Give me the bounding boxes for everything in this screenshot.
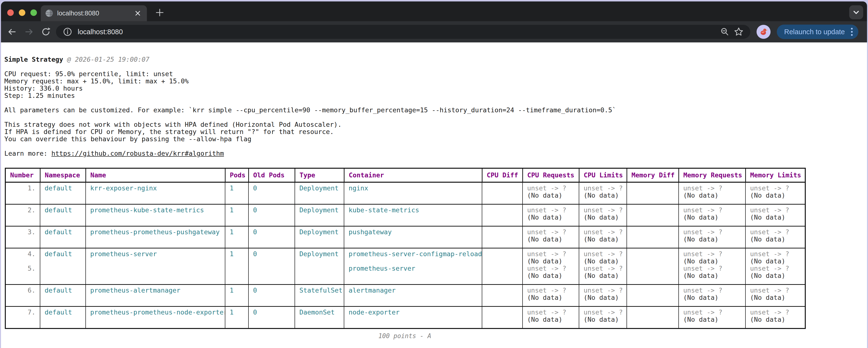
- strategy-timestamp: @ 2026-01-25 19:00:07: [63, 56, 150, 63]
- cell-line: prometheus-prometheus-pushgateway: [90, 229, 220, 236]
- cell-container: pushgateway: [344, 226, 482, 248]
- cell-line: Deployment: [299, 250, 339, 257]
- cell-line: unset -> ?: [584, 229, 622, 236]
- cell-cpu-limits: unset -> ?(No data): [579, 226, 627, 248]
- reload-button[interactable]: [39, 25, 53, 39]
- cell-line: 1: [230, 185, 244, 192]
- table-row: 2.defaultprometheus-kube-state-metrics10…: [5, 204, 805, 226]
- cell-line: [487, 207, 518, 214]
- cell-container: kube-state-metrics: [344, 204, 482, 226]
- cell-container: node-exporter: [344, 307, 482, 329]
- param-line: History: 336.0 hours: [4, 85, 867, 92]
- cell-container: prometheus-server-configmap-reload prome…: [344, 248, 482, 285]
- table-row: 7.defaultprometheus-prometheus-node-expo…: [5, 307, 805, 329]
- tab-search-button[interactable]: [849, 5, 863, 19]
- relaunch-label: Relaunch to update: [784, 28, 845, 36]
- cell-line: unset -> ?: [750, 265, 801, 272]
- cell-line: (No data): [584, 192, 622, 199]
- cell-memory-diff: [627, 204, 679, 226]
- cell-line: unset -> ?: [750, 250, 801, 257]
- window-minimize-button[interactable]: [19, 9, 25, 16]
- cell-line: [631, 185, 674, 192]
- tab-close-icon[interactable]: [133, 8, 143, 18]
- cell-cpu-requests: unset -> ?(No data): [523, 226, 579, 248]
- cell-line: 1.: [10, 185, 35, 192]
- cell-line: kube-state-metrics: [349, 207, 477, 214]
- cell-line: default: [44, 185, 81, 192]
- cell-line: (No data): [750, 236, 801, 243]
- column-header: Namespace: [40, 168, 86, 182]
- cell-line: unset -> ?: [584, 207, 622, 214]
- zoom-out-icon[interactable]: [719, 27, 730, 37]
- column-header: Memory Limits: [745, 168, 805, 182]
- cell-line: node-exporter: [349, 309, 477, 316]
- url-text[interactable]: localhost:8080: [78, 28, 719, 36]
- back-button[interactable]: [5, 25, 19, 39]
- cell-type: StatefulSet: [295, 285, 344, 307]
- new-tab-button[interactable]: [153, 6, 166, 19]
- column-header: Pods: [225, 168, 248, 182]
- cell-memory-limits: unset -> ?(No data): [745, 182, 805, 204]
- chevron-down-icon: [852, 9, 860, 16]
- cell-line: (No data): [527, 272, 575, 279]
- cell-line: unset -> ?: [750, 185, 801, 192]
- cell-cpu-diff: [482, 182, 523, 204]
- cell-line: 1: [230, 287, 244, 294]
- cell-memory-requests: unset -> ?(No data): [679, 204, 745, 226]
- window-maximize-button[interactable]: [30, 9, 37, 16]
- relaunch-to-update-button[interactable]: Relaunch to update: [777, 25, 858, 39]
- browser-menu-icon[interactable]: [850, 27, 853, 37]
- cell-cpu-limits: unset -> ?(No data): [579, 204, 627, 226]
- reload-icon: [41, 27, 51, 37]
- cell-line: (No data): [584, 316, 622, 323]
- cell-line: 2.: [10, 207, 35, 214]
- bookmark-star-icon[interactable]: [733, 27, 744, 37]
- page-title-line: Simple Strategy @ 2026-01-25 19:00:07: [4, 56, 867, 63]
- cell-line: (No data): [750, 294, 801, 301]
- algorithm-link[interactable]: https://github.com/robusta-dev/krr#algor…: [51, 150, 224, 157]
- table-row: 3.defaultprometheus-prometheus-pushgatew…: [5, 226, 805, 248]
- profile-avatar[interactable]: [756, 25, 771, 39]
- cell-memory-diff: [627, 285, 679, 307]
- cell-pods: 1: [225, 285, 248, 307]
- tab-strip: localhost:8080: [1, 1, 867, 21]
- cell-namespace: default: [40, 182, 86, 204]
- window-close-button[interactable]: [7, 9, 14, 16]
- forward-button[interactable]: [22, 25, 36, 39]
- cell-line: [631, 207, 674, 214]
- cell-line: (No data): [750, 192, 801, 199]
- cell-line: unset -> ?: [584, 250, 622, 257]
- globe-favicon-icon: [45, 9, 53, 18]
- site-info-icon[interactable]: [62, 27, 73, 37]
- cell-old-pods: 0: [248, 226, 295, 248]
- cell-number: 4. 5.: [5, 248, 40, 285]
- cell-line: unset -> ?: [527, 207, 575, 214]
- cell-line: DaemonSet: [299, 309, 339, 316]
- cell-cpu-diff: [482, 307, 523, 329]
- column-header: Container: [344, 168, 482, 182]
- cell-line: unset -> ?: [584, 287, 622, 294]
- cell-old-pods: 0: [248, 182, 295, 204]
- cell-namespace: default: [40, 226, 86, 248]
- cell-memory-diff: [627, 226, 679, 248]
- cell-type: Deployment: [295, 182, 344, 204]
- cell-line: [631, 287, 674, 294]
- cell-line: prometheus-server: [349, 265, 477, 272]
- table-row: 1.defaultkrr-exposer-nginx10Deploymentng…: [5, 182, 805, 204]
- hpa-line: If HPA is defined for CPU or Memory, the…: [4, 128, 867, 135]
- cell-line: [10, 257, 35, 265]
- url-bar[interactable]: localhost:8080: [56, 25, 750, 39]
- cell-number: 3.: [5, 226, 40, 248]
- cell-line: prometheus-server-configmap-reload: [349, 250, 477, 257]
- cell-cpu-requests: unset -> ?(No data): [523, 285, 579, 307]
- cell-line: prometheus-server: [90, 250, 220, 257]
- cell-name: prometheus-server: [86, 248, 225, 285]
- cell-line: [487, 309, 518, 316]
- traffic-lights: [7, 9, 37, 16]
- param-line: Memory request: max + 15.0%, limit: max …: [4, 78, 867, 85]
- cell-pods: 1: [225, 307, 248, 329]
- browser-tab[interactable]: localhost:8080: [41, 5, 147, 21]
- table-footer-score: 100 points - A: [5, 332, 805, 340]
- cell-line: [631, 309, 674, 316]
- cell-type: DaemonSet: [295, 307, 344, 329]
